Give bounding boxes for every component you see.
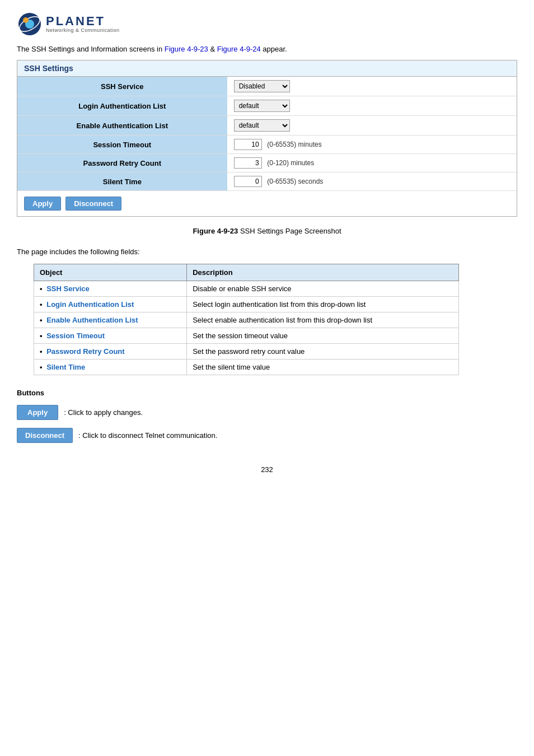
planet-logo-icon: [17, 11, 43, 37]
table-row: • SSH Service Disable or enable SSH serv…: [34, 281, 459, 297]
bullet-icon: •: [40, 332, 43, 340]
table-row: Password Retry Count (0-120) minutes: [17, 154, 517, 172]
field-description-cell: Select enable authentication list from t…: [187, 312, 459, 328]
bullet-icon: •: [40, 316, 43, 324]
page-number: 232: [17, 465, 517, 474]
table-row: Silent Time (0-65535) seconds: [17, 172, 517, 191]
field-name-cell: • Enable Authentication List: [34, 312, 187, 328]
table-row: • Password Retry Count Set the password …: [34, 344, 459, 360]
logo-text: PLANET Networking & Communication: [46, 15, 120, 33]
figure-caption-bold: Figure 4-9-23: [193, 227, 238, 235]
ssh-buttons-row: Apply Disconnect: [17, 190, 517, 216]
table-row: Session Timeout (0-65535) minutes: [17, 136, 517, 154]
password-retry-value: (0-120) minutes: [227, 154, 517, 172]
intro-after: appear.: [261, 45, 287, 53]
field-description-cell: Set the password retry count value: [187, 344, 459, 360]
svg-point-3: [23, 17, 29, 23]
enable-auth-label: Enable Authentication List: [17, 116, 227, 136]
figure-link-2[interactable]: Figure 4-9-24: [217, 45, 261, 53]
apply-button-ssh[interactable]: Apply: [24, 197, 61, 211]
password-retry-label: Password Retry Count: [17, 154, 227, 172]
bullet-icon: •: [40, 347, 43, 356]
field-name-text: Silent Time: [46, 363, 85, 371]
intro-between: &: [208, 45, 217, 53]
disconnect-button-large[interactable]: Disconnect: [17, 428, 73, 443]
field-description-cell: Disable or enable SSH service: [187, 281, 459, 297]
bullet-icon: •: [40, 363, 43, 371]
field-name-text: SSH Service: [46, 284, 90, 293]
field-name-cell: • SSH Service: [34, 281, 187, 297]
page-includes-text: The page includes the following fields:: [17, 248, 517, 256]
session-timeout-input[interactable]: [234, 139, 262, 150]
intro-before: The SSH Settings and Information screens…: [17, 45, 165, 53]
settings-table: SSH Service Disabled Enabled Login Authe…: [17, 77, 517, 190]
table-row: • Session Timeout Set the session timeou…: [34, 328, 459, 344]
password-retry-hint: (0-120) minutes: [267, 159, 314, 167]
field-name-text: Enable Authentication List: [46, 316, 138, 324]
page-header: PLANET Networking & Communication: [17, 11, 517, 37]
login-auth-value: default: [227, 96, 517, 116]
field-name-text: Session Timeout: [46, 332, 105, 340]
table-row: Login Authentication List default: [17, 96, 517, 116]
silent-time-input[interactable]: [234, 176, 262, 187]
field-name-cell: • Silent Time: [34, 360, 187, 375]
password-retry-input[interactable]: [234, 157, 262, 169]
bullet-icon: •: [40, 284, 43, 293]
apply-description: : Click to apply changes.: [64, 408, 143, 417]
logo: PLANET Networking & Communication: [17, 11, 120, 37]
field-description-cell: Set the session timeout value: [187, 328, 459, 344]
figure-link-1[interactable]: Figure 4-9-23: [165, 45, 208, 53]
field-name-text: Login Authentication List: [46, 300, 134, 309]
enable-auth-value: default: [227, 116, 517, 136]
login-auth-select[interactable]: default: [234, 100, 290, 112]
field-description-cell: Select login authentication list from th…: [187, 297, 459, 312]
disconnect-button-ssh[interactable]: Disconnect: [65, 197, 121, 211]
table-row: • Enable Authentication List Select enab…: [34, 312, 459, 328]
col-object: Object: [34, 264, 187, 281]
table-row: Enable Authentication List default: [17, 116, 517, 136]
ssh-service-label: SSH Service: [17, 77, 227, 96]
buttons-section: Buttons Apply : Click to apply changes. …: [17, 389, 517, 443]
disconnect-button-row: Disconnect : Click to disconnect Telnet …: [17, 428, 517, 443]
field-description-cell: Set the silent time value: [187, 360, 459, 375]
field-name-cell: • Login Authentication List: [34, 297, 187, 312]
apply-button-row: Apply : Click to apply changes.: [17, 405, 517, 420]
ssh-settings-title: SSH Settings: [17, 60, 517, 77]
field-name-cell: • Session Timeout: [34, 328, 187, 344]
bullet-icon: •: [40, 300, 43, 309]
logo-planet-text: PLANET: [46, 15, 120, 27]
field-name-cell: • Password Retry Count: [34, 344, 187, 360]
login-auth-label: Login Authentication List: [17, 96, 227, 116]
silent-time-label: Silent Time: [17, 172, 227, 191]
logo-subtitle-text: Networking & Communication: [46, 27, 120, 33]
field-name-text: Password Retry Count: [46, 347, 124, 356]
silent-time-value: (0-65535) seconds: [227, 172, 517, 191]
session-timeout-hint: (0-65535) minutes: [267, 141, 321, 148]
fields-table: Object Description • SSH Service Disable…: [34, 264, 459, 375]
figure-caption: Figure 4-9-23 SSH Settings Page Screensh…: [17, 227, 517, 235]
disconnect-description: : Click to disconnect Telnet communicati…: [78, 431, 217, 440]
silent-time-hint: (0-65535) seconds: [267, 178, 323, 185]
buttons-section-title: Buttons: [17, 389, 517, 397]
ssh-settings-box: SSH Settings SSH Service Disabled Enable…: [17, 60, 517, 217]
session-timeout-label: Session Timeout: [17, 136, 227, 154]
intro-text: The SSH Settings and Information screens…: [17, 45, 517, 53]
col-description: Description: [187, 264, 459, 281]
figure-caption-rest: SSH Settings Page Screenshot: [238, 227, 341, 235]
apply-button-large[interactable]: Apply: [17, 405, 58, 420]
ssh-service-select[interactable]: Disabled Enabled: [234, 80, 290, 92]
table-row: SSH Service Disabled Enabled: [17, 77, 517, 96]
table-row: • Login Authentication List Select login…: [34, 297, 459, 312]
table-row: • Silent Time Set the silent time value: [34, 360, 459, 375]
enable-auth-select[interactable]: default: [234, 119, 290, 132]
session-timeout-value: (0-65535) minutes: [227, 136, 517, 154]
ssh-service-value: Disabled Enabled: [227, 77, 517, 96]
